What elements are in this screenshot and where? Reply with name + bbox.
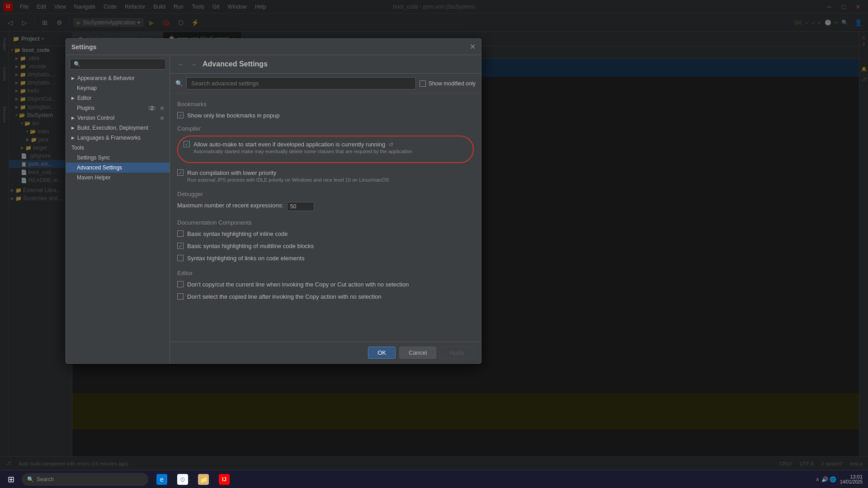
- nav-item-tools[interactable]: Tools: [66, 143, 170, 153]
- settings-content: ← → Advanced Settings 🔍 Show modified on…: [170, 55, 481, 363]
- show-modified-text: Show modified only: [429, 80, 476, 87]
- nav-item-keymap[interactable]: Keymap: [66, 83, 170, 93]
- taskbar-system-tray: ∧ 🔊 🌐 13:01 14/01/2025: [816, 474, 866, 484]
- nav-forward-button[interactable]: →: [188, 59, 199, 70]
- nav-arrow-icon: ▶: [71, 76, 75, 80]
- dialog-title: Settings: [71, 43, 96, 51]
- setting-item-editor-select: Don't select the copied line after invok…: [177, 292, 474, 301]
- cancel-button[interactable]: Cancel: [399, 347, 436, 359]
- settings-nav-search[interactable]: [70, 59, 166, 70]
- nav-item-appearance[interactable]: ▶ Appearance & Behavior: [66, 73, 170, 83]
- debugger-title: Debugger: [177, 191, 474, 197]
- apply-button[interactable]: Apply: [440, 347, 474, 359]
- setting-item-doc-syntax: Syntax highlighting of links on code ele…: [177, 254, 474, 263]
- automake-label: Allow auto-make to start even if develop…: [193, 141, 385, 148]
- debugger-section: Debugger Maximum number of recent expres…: [177, 191, 474, 212]
- dialog-close-button[interactable]: ✕: [470, 42, 476, 51]
- nav-item-label: Keymap: [77, 85, 97, 91]
- max-expressions-label: Maximum number of recent expressions:: [177, 202, 283, 209]
- dialog-overlay: Settings ✕ ▶ Appearance & Behavior Keyma…: [0, 0, 868, 488]
- ok-button[interactable]: OK: [368, 347, 396, 359]
- nav-item-settings-sync[interactable]: Settings Sync: [66, 153, 170, 163]
- lower-priority-sublabel: Run external JPS process with IDLE prior…: [187, 177, 389, 183]
- documentation-title: Documentation Components: [177, 219, 474, 226]
- nav-history-buttons: ← →: [175, 59, 199, 70]
- documentation-section: Documentation Components Basic syntax hi…: [177, 219, 474, 263]
- editor-select-label: Don't select the copied line after invok…: [187, 293, 382, 300]
- nav-item-label: Settings Sync: [77, 155, 110, 161]
- nav-item-label: Build, Execution, Deployment: [77, 125, 148, 131]
- compiler-title: Compiler: [177, 125, 474, 132]
- bookmarks-section: Bookmarks Show only line bookmarks in po…: [177, 101, 474, 120]
- settings-scroll-area[interactable]: Bookmarks Show only line bookmarks in po…: [170, 94, 481, 342]
- windows-taskbar: ⊞ 🔍 Search e ⊙ 📁 IJ ∧ 🔊 🌐 13:01 14/01/20…: [0, 470, 868, 488]
- start-button[interactable]: ⊞: [2, 472, 20, 487]
- content-header: ← → Advanced Settings: [170, 55, 481, 74]
- editor-copy-checkbox[interactable]: [177, 281, 184, 287]
- bookmark-checkbox[interactable]: [177, 112, 184, 118]
- setting-item-doc-multiline: Basic syntax highlighting of multiline c…: [177, 242, 474, 250]
- editor-copy-label: Don't copy/cut the current line when inv…: [187, 281, 409, 288]
- taskbar-pinned-apps: e ⊙ 📁 IJ: [152, 472, 234, 487]
- taskbar-app-edge[interactable]: e: [152, 472, 172, 487]
- compiler-highlighted-area: Allow auto-make to start even if develop…: [177, 136, 474, 163]
- max-expressions-input[interactable]: [287, 202, 314, 211]
- show-modified-label[interactable]: Show modified only: [420, 80, 476, 87]
- nav-item-plugins[interactable]: Plugins 2 ⚙: [66, 103, 170, 113]
- nav-arrow-icon: ▶: [71, 116, 75, 120]
- editor-select-checkbox[interactable]: [177, 293, 184, 300]
- setting-item-bookmarks-1: Show only line bookmarks in popup: [177, 111, 474, 120]
- show-modified-checkbox[interactable]: [420, 80, 426, 87]
- plugins-settings-icon[interactable]: ⚙: [160, 106, 164, 111]
- nav-item-label: Advanced Settings: [77, 164, 122, 171]
- automake-checkbox[interactable]: [184, 141, 190, 147]
- taskbar-app-chrome[interactable]: ⊙: [173, 472, 193, 487]
- nav-item-vcs[interactable]: ▶ Version Control ⚙: [66, 113, 170, 123]
- setting-item-editor-copy: Don't copy/cut the current line when inv…: [177, 280, 474, 289]
- doc-inline-checkbox[interactable]: [177, 230, 184, 237]
- setting-item-automake: Allow auto-make to start even if develop…: [184, 140, 467, 155]
- lower-priority-label: Run compilation with lower priority: [187, 169, 276, 176]
- editor-section: Editor Don't copy/cut the current line w…: [177, 270, 474, 301]
- intellij-icon: IJ: [219, 474, 230, 485]
- settings-search-input[interactable]: [186, 77, 416, 89]
- bookmarks-title: Bookmarks: [177, 101, 474, 108]
- bookmark-label: Show only line bookmarks in popup: [187, 112, 280, 119]
- reset-icon[interactable]: ↺: [389, 141, 393, 148]
- editor-section-title: Editor: [177, 270, 474, 277]
- nav-item-label: Maven Helper: [77, 174, 111, 181]
- nav-item-advanced-settings[interactable]: Advanced Settings: [66, 163, 170, 173]
- doc-inline-label: Basic syntax highlighting of inline code: [187, 230, 288, 237]
- explorer-icon: 📁: [198, 474, 209, 485]
- dialog-body: ▶ Appearance & Behavior Keymap ▶ Editor …: [66, 55, 481, 363]
- nav-item-label: Appearance & Behavior: [77, 75, 135, 81]
- nav-item-editor[interactable]: ▶ Editor: [66, 93, 170, 103]
- setting-item-lower-priority: Run compilation with lower priority Run …: [177, 169, 474, 183]
- nav-item-label: Languages & Frameworks: [77, 135, 141, 141]
- taskbar-search-text: Search: [37, 476, 54, 483]
- nav-item-label: Tools: [71, 145, 84, 151]
- nav-arrow-icon: ▶: [71, 96, 75, 100]
- edge-icon: e: [156, 474, 167, 485]
- taskbar-app-intellij[interactable]: IJ: [214, 472, 234, 487]
- search-icon: 🔍: [175, 80, 183, 87]
- vcs-settings-icon[interactable]: ⚙: [160, 116, 164, 121]
- dialog-footer: OK Cancel Apply: [170, 342, 481, 363]
- taskbar-app-explorer[interactable]: 📁: [193, 472, 213, 487]
- taskbar-date-value: 14/01/2025: [840, 479, 863, 484]
- plugins-badge: 2: [148, 106, 156, 111]
- setting-item-max-expressions: Maximum number of recent expressions:: [177, 201, 474, 212]
- taskbar-clock: 13:01 14/01/2025: [840, 474, 863, 484]
- lower-priority-checkbox[interactable]: [177, 169, 184, 176]
- nav-item-build[interactable]: ▶ Build, Execution, Deployment: [66, 123, 170, 133]
- system-tray-icons: ∧ 🔊 🌐: [816, 476, 836, 483]
- doc-syntax-checkbox[interactable]: [177, 255, 184, 261]
- settings-content-title: Advanced Settings: [203, 60, 268, 68]
- nav-item-languages[interactable]: ▶ Languages & Frameworks: [66, 133, 170, 143]
- taskbar-search[interactable]: 🔍 Search: [22, 473, 148, 486]
- nav-back-button[interactable]: ←: [175, 59, 186, 70]
- doc-multiline-checkbox[interactable]: [177, 243, 184, 249]
- nav-item-maven-helper[interactable]: Maven Helper: [66, 173, 170, 183]
- dialog-header: Settings ✕: [66, 39, 481, 55]
- nav-arrow-icon: ▶: [71, 126, 75, 130]
